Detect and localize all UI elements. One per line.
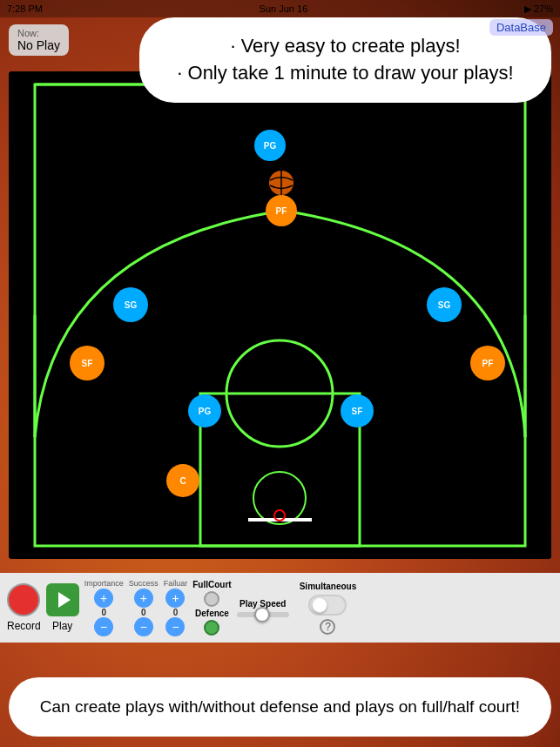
importance-label: Importance	[84, 579, 124, 588]
success-value: 0	[141, 608, 146, 617]
success-label: Success	[129, 579, 159, 588]
fullcourt-label: FullCourt	[192, 580, 231, 589]
svg-text:SF: SF	[82, 359, 93, 368]
play-speed-group[interactable]: Play Speed	[237, 599, 289, 617]
svg-text:PF: PF	[482, 359, 494, 368]
svg-text:SG: SG	[438, 300, 451, 310]
failuar-increment[interactable]: +	[165, 589, 185, 608]
importance-increment[interactable]: +	[94, 589, 113, 608]
fullcourt-toggle[interactable]	[204, 591, 219, 607]
now-label: Now:	[17, 28, 60, 38]
svg-text:SF: SF	[352, 407, 363, 416]
svg-text:PG: PG	[199, 407, 212, 416]
controls-bar: Record Play Importance + 0 − Success + 0…	[0, 573, 560, 643]
status-time: 7:28 PM	[7, 3, 43, 14]
basketball-court[interactable]: PG PF SG SF SG PF PG SF	[9, 71, 551, 559]
status-battery: ▶ 27%	[524, 3, 553, 15]
importance-stepper[interactable]: Importance + 0 −	[84, 579, 124, 636]
failuar-label: Failuar	[164, 579, 188, 588]
record-circle	[7, 583, 40, 616]
success-stepper[interactable]: Success + 0 −	[129, 579, 159, 636]
play-speed-slider[interactable]	[237, 612, 289, 617]
failuar-value: 0	[173, 608, 179, 617]
status-date: Sun Jun 16	[260, 3, 308, 14]
slider-thumb	[254, 607, 270, 622]
defence-toggle[interactable]	[204, 620, 219, 636]
failuar-decrement[interactable]: −	[165, 617, 185, 636]
play-label: Play	[52, 620, 72, 632]
fullcourt-group[interactable]: FullCourt Defence	[192, 580, 231, 636]
simultaneous-toggle[interactable]	[308, 595, 347, 616]
database-button[interactable]: DataBase	[489, 19, 553, 36]
record-label: Record	[7, 620, 41, 632]
now-panel: Now: No Play	[9, 24, 69, 56]
failuar-stepper[interactable]: Failuar + 0 −	[164, 579, 188, 636]
importance-value: 0	[101, 608, 106, 617]
defence-label: Defence	[195, 609, 229, 618]
simultaneous-group[interactable]: Simultaneous ?	[300, 582, 357, 635]
status-bar: 7:28 PM Sun Jun 16 ▶ 27%	[0, 0, 560, 17]
importance-decrement[interactable]: −	[94, 617, 113, 636]
toggle-knob	[312, 597, 327, 613]
simultaneous-label: Simultaneous	[300, 582, 357, 591]
court-svg: PG PF SG SF SG PF PG SF	[9, 71, 551, 559]
play-icon	[46, 583, 79, 616]
svg-text:PF: PF	[276, 206, 287, 216]
speech-bubble-bottom: Can create plays with/without defense an…	[9, 677, 551, 737]
question-button[interactable]: ?	[320, 619, 335, 635]
record-button[interactable]: Record	[7, 583, 41, 632]
play-button[interactable]: Play	[46, 583, 79, 632]
svg-text:SG: SG	[125, 300, 138, 310]
success-decrement[interactable]: −	[134, 617, 153, 636]
now-value: No Play	[17, 38, 60, 52]
svg-text:C: C	[179, 476, 186, 486]
success-increment[interactable]: +	[134, 589, 153, 608]
svg-text:PG: PG	[264, 141, 277, 151]
